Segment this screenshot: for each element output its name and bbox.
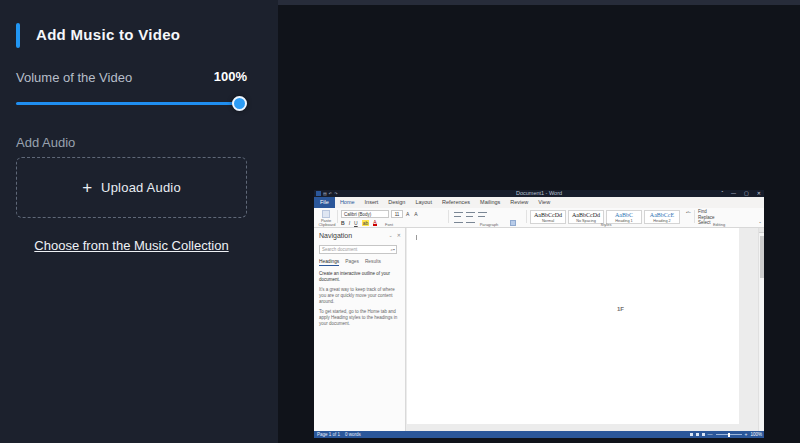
restore-icon: ▢ [744,190,749,197]
main-area: ▤ ↶ ↷ Document1 - Word ˆ — ▢ ✕ File Home… [278,0,800,443]
save-icon: ▤ [323,191,327,196]
font-name-box: Calibri (Body) [341,210,389,218]
music-collection-link[interactable]: Choose from the Music Collection [16,238,247,253]
clipboard-icon [322,210,330,218]
quick-access-toolbar: ▤ ↶ ↷ [316,191,338,196]
navigation-pane-title: Navigation [319,232,352,239]
ribbon-options-icon: ˆ [721,190,723,197]
group-label-paragraph: Paragraph [464,222,514,227]
style-chip-normal: AaBbCcDd Normal [530,210,566,224]
volume-slider-thumb[interactable] [232,96,247,111]
ribbon: Paste Calibri (Body) 11 A A B I U ab A [314,208,764,228]
bullet-list-icon [454,212,463,213]
vertical-scrollbar [758,228,764,431]
tab-design: Design [383,197,410,208]
group-label-font: Font [369,222,409,227]
sidebar-panel: Add Music to Video Volume of the Video 1… [0,0,278,443]
navigation-pane-header-icons: ⌄ ✕ [389,232,401,238]
group-label-editing: Editing [699,222,739,227]
search-icon: ⌕▾ [391,246,395,254]
tab-layout: Layout [410,197,437,208]
navigation-tabs: Headings Pages Results [319,259,381,266]
collapse-ribbon-icon: ˆ [759,221,761,227]
navigation-pane: Navigation ⌄ ✕ Search document ⌕▾ Headin… [314,228,406,431]
volume-label: Volume of the Video [16,70,132,85]
tab-file: File [314,197,335,208]
chevron-down-icon: ⌄ [389,232,393,238]
underline-icon: U [354,220,358,226]
group-label-clipboard: Clipboard [316,222,338,227]
zoom-slider-thumb [728,433,730,437]
ribbon-tab-bar: File Home Insert Design Layout Reference… [314,197,764,208]
word-window-title: Document1 - Word [464,190,614,197]
word-status-bar: Page 1 of 1 0 words — + 100% [314,431,764,438]
text-cursor [416,235,417,240]
status-page-words: Page 1 of 1 0 words [317,431,361,438]
font-size-box: 11 [391,210,403,218]
search-placeholder: Search document [320,246,396,254]
group-label-styles: Styles [584,222,628,227]
align-right-icon [478,216,485,217]
align-left-icon [454,216,461,217]
navigation-help-text: Create an interactive outline of your do… [319,271,399,332]
print-layout-icon [696,433,699,436]
bold-icon: B [341,220,345,226]
volume-value: 100% [190,69,247,84]
ruler-toggle-icon [759,228,764,233]
word-app-icon [316,191,321,196]
tab-insert: Insert [360,197,384,208]
word-body: Navigation ⌄ ✕ Search document ⌕▾ Headin… [314,228,764,431]
nav-tab-results: Results [365,259,381,266]
number-list-icon [466,212,475,213]
search-document-input: Search document ⌕▾ [319,245,397,254]
tab-review: Review [505,197,533,208]
status-view-zoom: — + 100% [690,431,762,438]
word-title-bar: ▤ ↶ ↷ Document1 - Word ˆ — ▢ ✕ [314,190,764,197]
zoom-percent: 100% [750,431,762,438]
close-icon: ✕ [757,190,761,197]
document-page: 1F [407,228,739,424]
tab-mailings: Mailings [475,197,505,208]
style-chip-heading2: AaBbCcE Heading 2 [644,210,680,224]
volume-slider[interactable] [16,102,247,105]
indent-icon [478,212,487,213]
line-spacing-icon [454,222,463,223]
minimize-icon: — [731,190,736,197]
video-preview[interactable]: ▤ ↶ ↷ Document1 - Word ˆ — ▢ ✕ File Home… [314,190,764,438]
tab-home: Home [335,197,360,208]
group-divider [448,210,449,223]
zoom-in-icon: + [745,431,748,438]
document-text-fragment: 1F [617,306,624,312]
upload-audio-button[interactable]: + Upload Audio [16,157,247,218]
styles-gallery-scroll-icons: ▴▾≡ [686,210,691,214]
nav-tab-pages: Pages [345,259,359,266]
upload-audio-label: Upload Audio [101,180,181,195]
web-layout-icon [702,433,705,436]
italic-icon: I [349,220,350,226]
group-divider [526,210,527,223]
redo-icon: ↷ [334,191,337,196]
read-mode-icon [690,433,693,436]
align-center-icon [466,216,473,217]
grow-shrink-font-icons: A A [406,211,420,217]
zoom-out-icon: — [708,431,713,438]
title-accent-bar [16,23,20,48]
undo-icon: ↶ [329,191,332,196]
add-audio-label: Add Audio [16,135,75,150]
main-top-strip [278,0,800,5]
scrollbar-thumb [760,236,764,278]
tab-references: References [437,197,475,208]
zoom-slider [716,434,742,435]
group-divider [694,210,695,223]
page-title: Add Music to Video [36,26,180,43]
close-pane-icon: ✕ [397,232,401,238]
window-controls: ˆ — ▢ ✕ [721,190,761,197]
nav-tab-headings: Headings [319,259,339,266]
plus-icon: + [82,179,92,196]
tab-view: View [533,197,555,208]
